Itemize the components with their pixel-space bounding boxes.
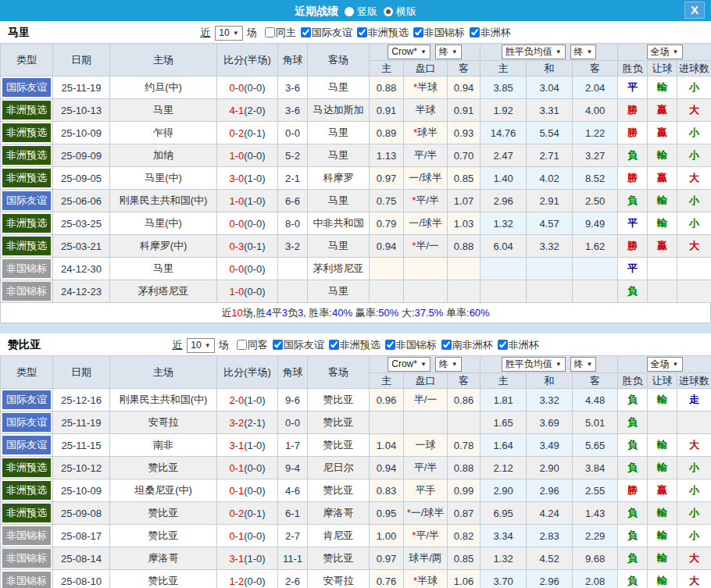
avg-draw: 4.52: [527, 547, 573, 570]
radio-horizontal-label[interactable]: 横版: [396, 5, 416, 17]
col-header-2: 主场: [110, 356, 217, 389]
fulltime-score: 1-0: [229, 195, 244, 207]
avg-final-select[interactable]: 终▼: [570, 357, 597, 372]
header-row-1: 类型日期主场比分(半场)角球客场Crow*▼终▼胜平负均值▼终▼全场▼: [1, 356, 711, 373]
match-date: 25-03-21: [53, 235, 110, 258]
close-icon[interactable]: X: [684, 2, 705, 19]
comp-checkbox-2[interactable]: [385, 340, 395, 350]
halftime-score: (1-0): [244, 195, 265, 207]
radio-horizontal[interactable]: [384, 7, 393, 16]
type-badge: 非国锦标: [1, 547, 53, 570]
avg-draw: [527, 258, 573, 280]
scope-select[interactable]: 全场▼: [647, 45, 683, 59]
odds-final-select[interactable]: 终▼: [435, 45, 462, 59]
match-count-select[interactable]: 10▼: [187, 338, 214, 353]
away-team: 中非共和国: [308, 212, 370, 235]
same-venue-checkbox[interactable]: [237, 340, 247, 350]
away-team: 马里: [308, 280, 370, 303]
result-goals: 小: [677, 212, 711, 235]
near-link[interactable]: 近: [172, 339, 182, 351]
table-row: 非国锦标25-08-17赞比亚0-1(0-0)2-7肯尼亚1.00*平/半0.8…: [1, 525, 711, 547]
fulltime-score: 1-2: [229, 576, 244, 587]
corner-score: 8-0: [278, 212, 308, 235]
halftime-score: (0-0): [244, 286, 265, 298]
match-count-select[interactable]: 10▼: [215, 26, 242, 41]
table-row: 非洲预选25-10-13马里4-1(2-0)3-6马达加斯加0.91半球0.91…: [1, 99, 711, 122]
score: 0-0(0-0): [217, 258, 278, 280]
type-badge: 非洲预选: [1, 122, 53, 144]
star-mark: *: [412, 240, 416, 251]
score: 1-2(0-0): [217, 570, 278, 588]
result-goals: 大: [677, 434, 711, 457]
radio-vertical[interactable]: [345, 7, 354, 16]
summary-part-0: 近: [221, 307, 231, 319]
halftime-score: (0-0): [244, 576, 265, 587]
radio-vertical-label[interactable]: 竖版: [357, 5, 377, 17]
avg-select[interactable]: 胜平负均值▼: [502, 357, 566, 372]
odds-away: 0.85: [448, 547, 481, 570]
summary-part-8: , 胜率:: [303, 307, 332, 319]
home-team: 马里(中): [110, 167, 217, 190]
handicap: *平/半: [404, 190, 448, 212]
table-row: 非洲预选25-03-25马里(中)0-0(0-0)8-0中非共和国0.79一/球…: [1, 212, 711, 235]
odds-company-select[interactable]: Crow*▼: [388, 45, 431, 59]
result-handicap: 輸: [648, 570, 677, 588]
comp-checkbox-2[interactable]: [413, 27, 423, 37]
fulltime-score: 0-0: [229, 218, 244, 230]
scope-select[interactable]: 全场▼: [647, 357, 683, 372]
comp-checkbox-3[interactable]: [441, 340, 452, 350]
avg-away: [573, 280, 618, 303]
score: 4-1(2-0): [217, 99, 278, 122]
avg-away: 1.22: [573, 122, 618, 144]
col-header-2: 主场: [110, 44, 217, 77]
table-row: 非国锦标24-12-23茅利塔尼亚1-0(0-0)马里負: [1, 280, 711, 303]
score: 0-1(0-0): [217, 457, 278, 479]
avg-away: 3.84: [573, 457, 618, 479]
handicap: 平/半: [404, 457, 448, 479]
avg-home: 1.32: [481, 212, 527, 235]
type-badge-label: 非洲预选: [2, 101, 51, 119]
avg-final-select[interactable]: 终▼: [570, 45, 597, 59]
near-link[interactable]: 近: [200, 27, 210, 38]
handicap: 一球: [404, 434, 448, 457]
comp-checkbox-1[interactable]: [329, 340, 339, 350]
result-goals: 大: [677, 235, 711, 258]
score: 3-0(1-0): [217, 167, 278, 190]
avg-away: [573, 258, 618, 280]
same-venue-checkbox[interactable]: [265, 27, 275, 37]
col-header-0: 类型: [1, 356, 53, 389]
odds-company-select[interactable]: Crow*▼: [388, 357, 431, 372]
odds-final-select[interactable]: 终▼: [435, 357, 462, 372]
result-wdl: 負: [618, 412, 648, 434]
sub-header-0: 主: [370, 61, 404, 77]
home-team: 赞比亚: [110, 457, 217, 479]
comp-checkbox-0[interactable]: [273, 340, 283, 350]
type-badge-label: 国际友谊: [2, 191, 51, 210]
match-date: 25-10-09: [53, 122, 110, 144]
comp-checkbox-0[interactable]: [301, 27, 311, 37]
handicap: *一/球半: [404, 502, 448, 525]
type-badge-label: 非洲预选: [2, 146, 51, 165]
match-date: 24-12-30: [53, 258, 110, 280]
avg-select[interactable]: 胜平负均值▼: [502, 45, 566, 59]
score: 0-0(0-0): [217, 77, 278, 99]
section-header: 马里 近10▼场同主国际友谊非洲预选非国锦标非洲杯: [0, 21, 711, 43]
type-badge: 国际友谊: [1, 190, 53, 212]
result-wdl: 負: [618, 570, 648, 588]
sub-header-1: 盘口: [404, 61, 448, 77]
type-badge: 非洲预选: [1, 144, 53, 167]
result-wdl: 平: [618, 77, 648, 99]
comp-label-3: 非洲杯: [481, 27, 511, 38]
table-row: 非洲预选25-09-09加纳1-0(0-0)5-2马里1.13平/半0.702.…: [1, 144, 711, 167]
type-badge-label: 国际友谊: [2, 436, 51, 454]
away-team: 尼日尔: [308, 457, 370, 479]
comp-checkbox-1[interactable]: [357, 27, 367, 37]
comp-checkbox-3[interactable]: [470, 27, 480, 37]
away-team: 赞比亚: [308, 434, 370, 457]
sub-header-5: 客: [573, 61, 618, 77]
avg-group-header: 胜平负均值▼终▼: [481, 44, 618, 61]
odds-final-select-value: 终: [439, 46, 448, 57]
comp-label-4: 非洲杯: [509, 339, 539, 351]
home-team: 安哥拉: [110, 412, 217, 434]
comp-checkbox-4[interactable]: [498, 340, 508, 350]
